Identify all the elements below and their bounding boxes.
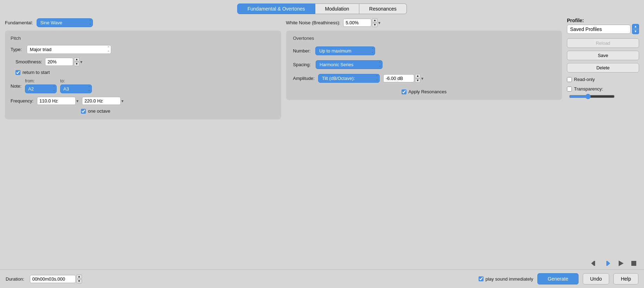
one-octave-row: one octave [81, 108, 276, 114]
overtones-title: Overtones [293, 36, 555, 41]
readonly-checkbox[interactable] [567, 77, 572, 82]
amplitude-arrow[interactable]: ▾ [421, 76, 423, 81]
note-to-select[interactable]: A3A2A4 [60, 84, 92, 93]
tab-modulation[interactable]: Modulation [315, 4, 360, 14]
freq-to-arrow[interactable]: ▾ [121, 99, 124, 104]
white-noise-up[interactable]: ▲ [372, 18, 378, 23]
pitch-title: Pitch [11, 36, 276, 41]
spacing-select[interactable]: Harmonic Series Equal Temperament Just I… [316, 60, 383, 69]
smoothness-input[interactable] [45, 58, 73, 66]
fundamental-select-wrapper: Sine Wave Square Wave Triangle Wave Sawt… [37, 18, 93, 27]
transport-play[interactable] [617, 259, 625, 269]
white-noise-down[interactable]: ▼ [372, 23, 378, 27]
duration-spinner: ▲ ▼ [30, 275, 82, 283]
freq-from-arrow[interactable]: ▾ [76, 99, 78, 104]
help-button[interactable]: Help [613, 273, 638, 284]
freq-from-input[interactable] [37, 97, 76, 105]
play-immediately-label: play sound immediately [486, 276, 533, 282]
freq-to-val: ▾ [82, 97, 124, 105]
one-octave-checkbox[interactable] [81, 109, 86, 114]
note-from-wrapper: A2A3A4 [25, 84, 57, 93]
note-section: Note: from: A2A3A4 to: A3A2A4 [11, 79, 276, 93]
note-from-select[interactable]: A2A3A4 [25, 84, 57, 93]
duration-input[interactable] [30, 275, 76, 283]
duration-steppers: ▲ ▼ [76, 275, 82, 283]
transport-stop[interactable] [630, 259, 638, 269]
profile-select-row: Saved Profiles ▲ ▼ [567, 24, 639, 34]
to-label: to: [60, 79, 92, 83]
freq-label: Frequency: [11, 98, 33, 104]
transparency-checkbox[interactable] [567, 87, 572, 92]
fundamental-label: Fundamental: [5, 20, 33, 25]
delete-button[interactable]: Delete [567, 63, 639, 73]
profile-stepper-up[interactable]: ▲ [632, 24, 639, 29]
amplitude-steppers: ▲ ▼ [415, 74, 421, 83]
transport-back[interactable] [590, 259, 598, 269]
undo-button[interactable]: Undo [583, 273, 609, 284]
white-noise-input[interactable] [343, 19, 371, 27]
sidebar-panel: Profile: Saved Profiles ▲ ▼ Reload Save … [567, 17, 639, 269]
bottom-bar: Duration: ▲ ▼ play sound immediately Gen… [0, 269, 644, 288]
freq-row: Frequency: ▾ ▾ [11, 97, 276, 105]
profile-section: Profile: Saved Profiles ▲ ▼ [567, 18, 639, 34]
white-noise-arrow[interactable]: ▾ [378, 20, 380, 25]
profile-title: Profile: [567, 18, 639, 23]
profile-stepper[interactable]: ▲ ▼ [632, 24, 639, 34]
number-select[interactable]: Up to maximum 124816 [315, 46, 375, 55]
spacing-select-wrapper: Harmonic Series Equal Temperament Just I… [316, 60, 383, 69]
fundamental-select[interactable]: Sine Wave Square Wave Triangle Wave Sawt… [37, 18, 93, 27]
profile-stepper-down[interactable]: ▼ [632, 29, 639, 34]
type-row: Type: Major triad Minor triad Perfect fi… [11, 45, 276, 54]
number-row: Number: Up to maximum 124816 [293, 46, 555, 55]
readonly-label: Read-only [574, 77, 595, 82]
amplitude-input[interactable] [383, 74, 414, 82]
amplitude-type-wrapper: Tilt (dB/Octave): Flat Custom [318, 74, 380, 83]
transport-forward[interactable] [603, 259, 612, 269]
profile-select[interactable]: Saved Profiles [567, 25, 631, 34]
smoothness-down[interactable]: ▼ [74, 62, 80, 66]
transparency-slider[interactable] [569, 94, 615, 99]
return-to-start-label: return to start [23, 70, 50, 75]
amplitude-row: Amplitude: Tilt (dB/Octave): Flat Custom… [293, 74, 555, 83]
overtones-box: Overtones Number: Up to maximum 124816 S… [286, 31, 562, 100]
svg-marker-0 [591, 261, 594, 266]
transparency-section: Transparency: [567, 86, 639, 99]
transparency-slider-row [569, 94, 639, 99]
apply-resonances-checkbox[interactable] [402, 89, 406, 94]
smoothness-label: Smoothness: [15, 59, 42, 64]
generate-button[interactable]: Generate [537, 273, 578, 284]
play-immediately-checkbox[interactable] [479, 276, 484, 281]
tab-bar: Fundamental & Overtones Modulation Reson… [0, 0, 644, 17]
svg-rect-5 [631, 261, 636, 266]
reload-button[interactable]: Reload [567, 38, 639, 48]
note-label: Note: [11, 83, 21, 89]
svg-rect-3 [606, 261, 607, 266]
transport-controls [567, 245, 639, 269]
bottom-right: play sound immediately Generate Undo Hel… [479, 273, 639, 284]
amplitude-type-select[interactable]: Tilt (dB/Octave): Flat Custom [318, 74, 380, 83]
transparency-label: Transparency: [574, 86, 603, 92]
duration-up[interactable]: ▲ [76, 275, 82, 279]
smoothness-spinner: ▲ ▼ ▾ [45, 57, 82, 66]
save-button[interactable]: Save [567, 51, 639, 60]
tab-resonances[interactable]: Resonances [359, 4, 407, 14]
transparency-row: Transparency: [567, 86, 639, 92]
pitch-box: Pitch Type: Major triad Minor triad Perf… [5, 31, 281, 119]
duration-down[interactable]: ▼ [76, 279, 82, 283]
right-panel: White Noise (Breathiness): ▲ ▼ ▾ Overton… [286, 17, 562, 269]
return-to-start-checkbox[interactable] [15, 70, 20, 75]
note-to-wrapper: A3A2A4 [60, 84, 92, 93]
amplitude-up[interactable]: ▲ [415, 74, 421, 78]
type-select[interactable]: Major triad Minor triad Perfect fifth Oc… [27, 45, 111, 54]
tab-fundamental[interactable]: Fundamental & Overtones [237, 4, 315, 14]
amplitude-down[interactable]: ▼ [415, 79, 421, 83]
freq-to-input[interactable] [82, 97, 121, 105]
svg-marker-2 [607, 261, 610, 266]
smoothness-steppers: ▲ ▼ [74, 57, 80, 66]
from-label: from: [25, 79, 57, 83]
spacing-label: Spacing: [293, 62, 311, 67]
smoothness-up[interactable]: ▲ [74, 57, 80, 62]
play-immediately-row: play sound immediately [479, 276, 533, 282]
svg-marker-4 [619, 261, 624, 266]
smoothness-dropdown-arrow[interactable]: ▾ [80, 60, 82, 64]
